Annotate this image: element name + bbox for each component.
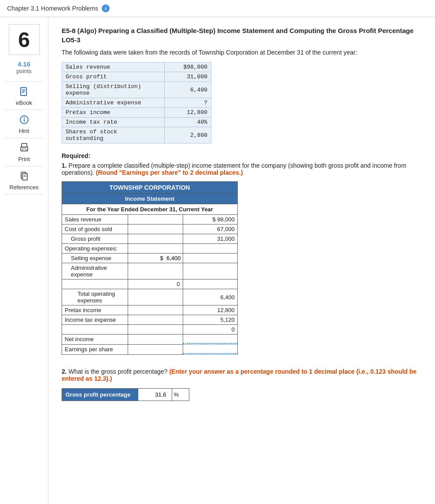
amount-col2 [183, 254, 238, 263]
table-row: Gross profit 31,000 [62, 234, 238, 244]
gp-input-cell[interactable] [138, 389, 172, 401]
table-row: Shares of stockoutstanding 2,800 [62, 127, 211, 143]
label-cell: Pretax income [62, 108, 165, 118]
amount-col1 [128, 215, 183, 224]
eps-input[interactable] [183, 345, 238, 354]
amount-col1 [128, 325, 183, 335]
row-label: Earnings per share [62, 344, 128, 354]
selling-expense-input[interactable] [128, 254, 182, 262]
ebook-button[interactable]: eBook [4, 81, 44, 110]
table-row: Pretax income 12,800 [62, 305, 238, 315]
table-row: Sales revenue $98,000 [62, 63, 211, 72]
row-label: Sales revenue [62, 215, 128, 224]
net-income-input[interactable] [183, 335, 238, 344]
value-cell: 40% [165, 118, 211, 127]
amount-col2 [183, 280, 238, 289]
income-statement-wrapper: TOWNSHIP CORPORATION Income Statement Fo… [62, 181, 422, 355]
references-button[interactable]: References [4, 166, 44, 195]
print-button[interactable]: Print [4, 138, 44, 166]
ebook-icon [18, 85, 30, 98]
problem-title: E5-8 (Algo) Preparing a Classified (Mult… [62, 26, 422, 44]
label-cell: Administrative expense [62, 98, 165, 108]
part2-section: 2. What is the gross profit percentage? … [62, 368, 422, 401]
hint-button[interactable]: Hint [4, 110, 44, 138]
value-cell: 2,800 [165, 127, 211, 143]
table-row: 0 [62, 325, 238, 335]
amount-col2 [183, 263, 238, 280]
points-value: 4.16 [18, 60, 30, 68]
row-label: Income tax expense [62, 315, 128, 325]
print-label: Print [18, 156, 30, 162]
selling-expense-col1[interactable] [128, 254, 183, 263]
value-cell: $98,000 [165, 63, 211, 72]
table-row: Income tax expense 5,120 [62, 315, 238, 325]
hint-label: Hint [19, 128, 29, 134]
problem-number: 6 [9, 24, 40, 55]
row-label: Selling expense [62, 254, 128, 263]
part2-instruction: 2. What is the gross profit percentage? … [62, 368, 422, 382]
main-layout: 6 4.16 points eBook Hi [0, 17, 435, 504]
info-icon[interactable]: i [102, 4, 110, 12]
table-row: Gross profit 31,000 [62, 72, 211, 82]
top-bar: Chapter 3.1 Homework Problems i [0, 0, 435, 17]
amount-col2: 31,000 [183, 234, 238, 244]
income-statement-table: TOWNSHIP CORPORATION Income Statement Fo… [62, 181, 238, 355]
amount-col1 [128, 315, 183, 325]
table-row: Selling expense [62, 254, 238, 263]
amount-col1 [128, 244, 183, 254]
table-row: Gross profit percentage % [62, 389, 189, 401]
amount-col2: 67,000 [183, 224, 238, 234]
print-icon [18, 142, 30, 154]
table-row: Pretax income 12,800 [62, 108, 211, 118]
svg-point-5 [23, 118, 25, 119]
net-income-input-cell[interactable] [183, 335, 238, 345]
row-label: Administrative expense [62, 263, 128, 280]
amount-col1 [128, 344, 183, 354]
amount-col2: 6,400 [183, 289, 238, 305]
table-row: Earnings per share [62, 344, 238, 354]
eps-input-cell[interactable] [183, 344, 238, 354]
gp-input[interactable] [142, 390, 168, 399]
table-row: Income tax rate 40% [62, 118, 211, 127]
svg-rect-7 [22, 143, 27, 147]
value-cell: 6,400 [165, 82, 211, 98]
problem-description: The following data were taken from the r… [62, 49, 422, 56]
row-label: Gross profit [62, 234, 128, 244]
label-cell: Sales revenue [62, 63, 165, 72]
amount-col1 [128, 234, 183, 244]
table-row: Net income [62, 335, 238, 345]
table-row: Sales revenue $ 98,000 [62, 215, 238, 224]
content-area: E5-8 (Algo) Preparing a Classified (Mult… [48, 17, 435, 504]
sidebar: 6 4.16 points eBook Hi [0, 17, 48, 504]
references-label: References [9, 184, 38, 191]
required-label: Required: [62, 152, 422, 159]
company-header: TOWNSHIP CORPORATION [62, 182, 238, 194]
table-row: 0 [62, 280, 238, 289]
part1-highlight: (Round "Earnings per share" to 2 decimal… [96, 169, 243, 176]
row-label: Total operating expenses [62, 289, 128, 305]
ebook-label: eBook [16, 99, 32, 106]
references-icon [18, 170, 30, 182]
gp-unit: % [172, 389, 189, 401]
table-row: Operating expenses: [62, 244, 238, 254]
gross-profit-table: Gross profit percentage % [62, 388, 189, 401]
amount-col2: $ 98,000 [183, 215, 238, 224]
gp-table-wrapper: Gross profit percentage % [62, 388, 422, 401]
label-cell: Selling (distribution)expense [62, 82, 165, 98]
value-cell: ? [165, 98, 211, 108]
amount-col2: 0 [183, 325, 238, 335]
admin-expense-col1[interactable] [128, 263, 183, 280]
part1-instruction: 1. Prepare a complete classified (multip… [62, 162, 422, 176]
points-label: points [16, 68, 32, 74]
amount-col2 [183, 244, 238, 254]
value-cell: 31,000 [165, 72, 211, 82]
value-cell: 12,800 [165, 108, 211, 118]
table-row: Cost of goods sold 67,000 [62, 224, 238, 234]
label-cell: Shares of stockoutstanding [62, 127, 165, 143]
amount-col1 [128, 289, 183, 305]
hint-icon [18, 114, 30, 126]
table-row: Administrative expense [62, 263, 238, 280]
row-label [62, 280, 128, 289]
admin-expense-input[interactable] [128, 267, 182, 276]
svg-rect-0 [21, 88, 26, 96]
